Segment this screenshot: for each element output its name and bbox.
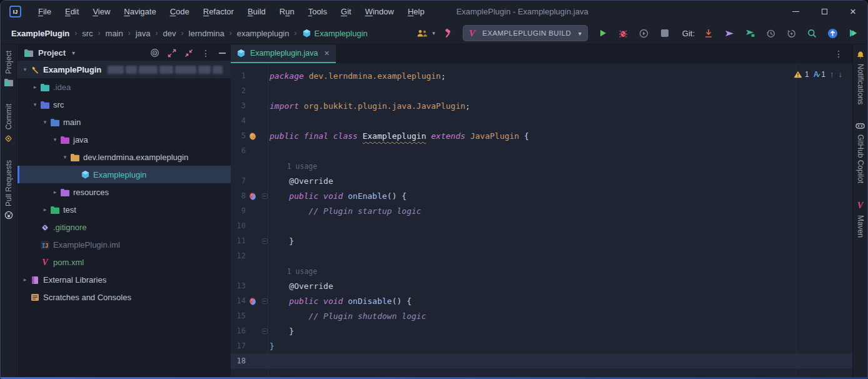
run-button[interactable] [595, 25, 611, 41]
chevron-expanded-icon[interactable]: ▾ [41, 119, 49, 125]
breadcrumb-item[interactable]: dev [160, 28, 179, 39]
menu-help[interactable]: Help [402, 5, 430, 18]
tree-item-external-libraries[interactable]: ▸External Libraries [18, 271, 231, 288]
tool-stripe-button-github-copilot[interactable]: GitHub Copilot [855, 122, 865, 183]
collapse-all-button[interactable] [184, 49, 193, 58]
tree-item-exampleplugin[interactable]: ▾ExamplePlugin [18, 61, 231, 78]
search-everywhere-button[interactable] [804, 25, 820, 41]
tree-item-test[interactable]: ▸test [18, 201, 231, 218]
tool-stripe-button-notifications[interactable]: Notifications [856, 51, 865, 104]
breadcrumb-item[interactable]: main [103, 28, 126, 39]
breadcrumb-item[interactable]: Exampleplugin [299, 28, 371, 39]
code-line-6[interactable]: 6 [231, 143, 852, 158]
chevron-expanded-icon[interactable]: ▾ [61, 154, 69, 160]
debug-button[interactable] [615, 25, 632, 41]
menu-run[interactable]: Run [274, 5, 300, 18]
fold-toggle-icon[interactable] [260, 193, 270, 199]
tree-item-scratches-and-consoles[interactable]: Scratches and Consoles [18, 288, 231, 306]
breadcrumb-item[interactable]: exampleplugin [234, 28, 293, 39]
code-line-2[interactable]: 2 [231, 83, 852, 98]
menu-edit[interactable]: Edit [59, 5, 84, 18]
tree-item-pom-xml[interactable]: Vpom.xml [18, 253, 231, 271]
code-line-14[interactable]: 14 public void onDisable() { [231, 293, 852, 308]
inlay-hint-row[interactable]: 1 usage [231, 158, 852, 173]
chevron-expanded-icon[interactable]: ▾ [21, 66, 29, 73]
menu-refactor[interactable]: Refactor [198, 5, 240, 18]
tree-item-dev-lerndmina-exampleplugin[interactable]: ▾dev.lerndmina.exampleplugin [18, 148, 231, 166]
build-hammer-button[interactable] [440, 25, 456, 41]
inlay-hint-row[interactable]: 1 usage [231, 263, 852, 278]
code-line-18[interactable]: 18 [231, 353, 852, 368]
git-update-project-button[interactable] [700, 25, 717, 41]
breadcrumb-item[interactable]: src [79, 28, 96, 39]
code-line-8[interactable]: 8 public void onEnable() { [231, 188, 852, 203]
fold-toggle-icon[interactable] [260, 298, 270, 304]
code-line-9[interactable]: 9 // Plugin startup logic [231, 203, 852, 218]
code-line-12[interactable]: 12 [231, 248, 852, 263]
menu-code[interactable]: Code [164, 5, 195, 18]
editor-tab[interactable]: Exampleplugin.java × [231, 44, 336, 63]
code-line-3[interactable]: 3import org.bukkit.plugin.java.JavaPlugi… [231, 98, 852, 113]
fold-toggle-icon[interactable] [260, 328, 270, 334]
tree-item-resources[interactable]: ▸resources [18, 183, 231, 201]
code-line-1[interactable]: 1package dev.lerndmina.exampleplugin; [231, 68, 852, 83]
menu-build[interactable]: Build [242, 5, 271, 18]
maximize-button[interactable] [810, 1, 839, 23]
menu-view[interactable]: View [87, 5, 116, 18]
previous-problem-icon[interactable]: ↑ [830, 69, 834, 79]
tree-item-exampleplugin-iml[interactable]: IJExamplePlugin.iml [18, 236, 231, 253]
rollback-button[interactable] [783, 25, 799, 41]
breadcrumb-item[interactable]: java [133, 28, 154, 39]
chevron-down-icon[interactable]: ▾ [72, 49, 75, 56]
close-tab-icon[interactable]: × [324, 48, 329, 58]
history-button[interactable] [762, 25, 779, 41]
run-configuration-select[interactable]: V EXAMPLEPLUGIN BUILD ▾ [463, 25, 588, 41]
fold-toggle-icon[interactable] [260, 238, 270, 244]
menu-tools[interactable]: Tools [303, 5, 333, 18]
tree-item-main[interactable]: ▾main [18, 113, 231, 131]
egg-orange-gutter-icon[interactable] [246, 132, 260, 140]
code-editor[interactable]: 1 A✓ 1 ↑ ↓ 1package dev.lerndmina.exampl… [231, 63, 852, 377]
chevron-collapsed-icon[interactable]: ▸ [41, 206, 49, 213]
code-line-15[interactable]: 15 // Plugin shutdown logic [231, 308, 852, 323]
tool-stripe-button-pull-requests[interactable]: Pull Requests [4, 160, 13, 220]
code-line-11[interactable]: 11 } [231, 233, 852, 248]
minimize-button[interactable] [781, 1, 810, 23]
tool-stripe-button-maven[interactable]: VMaven [856, 201, 865, 238]
next-problem-icon[interactable]: ↓ [839, 69, 843, 79]
collaborate-users-button[interactable] [414, 25, 430, 41]
code-line-13[interactable]: 13 @Override [231, 278, 852, 293]
tree-item-exampleplugin[interactable]: Exampleplugin [18, 166, 231, 183]
tree-item--gitignore[interactable]: .gitignore [18, 218, 231, 236]
menu-git[interactable]: Git [335, 5, 357, 18]
expand-all-button[interactable] [168, 49, 176, 58]
code-line-7[interactable]: 7 @Override [231, 173, 852, 188]
ai-assistant-button[interactable] [845, 25, 861, 41]
code-line-10[interactable]: 10 [231, 218, 852, 233]
locate-file-button[interactable] [150, 48, 159, 58]
breadcrumb-item[interactable]: lerndmina [186, 28, 228, 39]
profile-button[interactable] [636, 25, 652, 41]
chevron-expanded-icon[interactable]: ▾ [51, 136, 59, 143]
code-line-16[interactable]: 16 } [231, 323, 852, 338]
tree-item--idea[interactable]: ▸.idea [18, 78, 231, 96]
code-line-4[interactable]: 4 [231, 113, 852, 128]
hide-panel-button[interactable] [219, 53, 226, 54]
code-line-17[interactable]: 17} [231, 338, 852, 353]
egg-override-gutter-icon[interactable] [246, 192, 260, 200]
git-push-button[interactable] [721, 25, 737, 41]
tree-item-src[interactable]: ▾src [18, 96, 231, 113]
stop-button[interactable] [657, 25, 673, 41]
editor-options-button[interactable]: ⋮ [834, 49, 852, 59]
breadcrumb-item[interactable]: ExamplePlugin [8, 28, 73, 39]
chevron-collapsed-icon[interactable]: ▸ [21, 276, 29, 283]
egg-override-gutter-icon[interactable] [246, 297, 260, 305]
chevron-expanded-icon[interactable]: ▾ [31, 101, 39, 108]
ide-update-button[interactable] [824, 25, 840, 41]
menu-navigate[interactable]: Navigate [118, 5, 161, 18]
tool-stripe-button-project[interactable]: Project [4, 51, 14, 86]
menu-window[interactable]: Window [360, 5, 400, 18]
code-line-5[interactable]: 5public final class Exampleplugin extend… [231, 128, 852, 143]
tree-item-java[interactable]: ▾java [18, 131, 231, 148]
inspections-widget[interactable]: 1 A✓ 1 ↑ ↓ [794, 69, 842, 79]
